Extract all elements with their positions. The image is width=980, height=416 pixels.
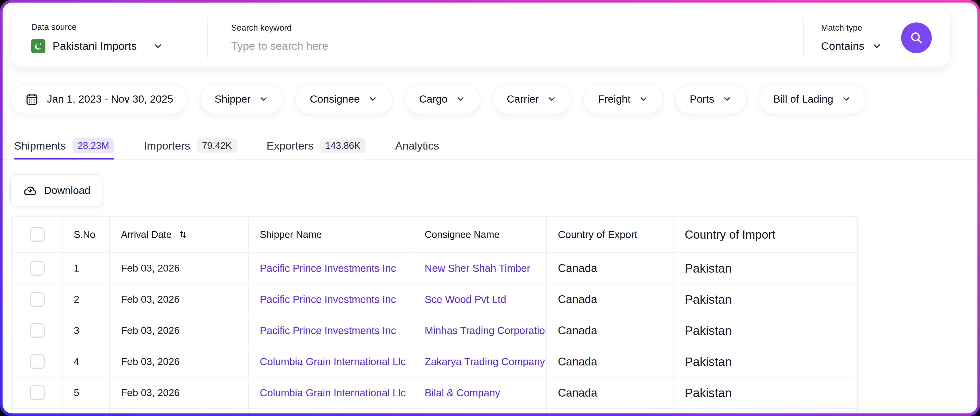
consignee-link[interactable]: Zakarya Trading Company xyxy=(413,346,546,377)
filter-label: Bill of Lading xyxy=(773,93,833,105)
row-checkbox[interactable] xyxy=(30,323,45,338)
tab-count-badge: 143.86K xyxy=(320,138,366,153)
search-input[interactable] xyxy=(231,40,746,52)
chevron-down-icon xyxy=(722,94,732,104)
chevron-down-icon xyxy=(456,94,466,104)
filter-label: Carrier xyxy=(507,93,539,105)
row-checkbox[interactable] xyxy=(30,292,45,307)
data-source-field: Data source Pakistani Imports xyxy=(11,22,207,53)
filter-label: Consignee xyxy=(310,93,360,105)
consignee-link[interactable]: Minhas Trading Corporation xyxy=(413,315,546,346)
match-type-value: Contains xyxy=(821,40,864,52)
export-country-cell: Canada xyxy=(546,284,673,315)
col-country-of-import: Country of Import xyxy=(673,217,857,253)
arrival-date-cell: Feb 03, 2026 xyxy=(110,346,248,377)
col-arrival-date: Arrival Date xyxy=(110,217,248,253)
tab-analytics[interactable]: Analytics xyxy=(395,132,439,159)
download-button[interactable]: Download xyxy=(10,174,103,206)
shipper-link[interactable]: Pacific Prince Investments Inc xyxy=(248,253,413,284)
search-card: Data source Pakistani Imports Search key… xyxy=(10,8,951,68)
import-country-cell: Pakistan xyxy=(673,315,857,346)
filter-consignee[interactable]: Consignee xyxy=(295,84,393,114)
search-keyword-field: Search keyword xyxy=(208,23,803,52)
sno-cell: 1 xyxy=(62,253,110,284)
date-range-filter[interactable]: Jan 1, 2023 - Nov 30, 2025 xyxy=(10,84,188,114)
import-country-cell: Pakistan xyxy=(673,284,857,315)
filter-carrier[interactable]: Carrier xyxy=(492,84,571,114)
sno-cell: 2 xyxy=(62,284,110,315)
calendar-icon xyxy=(25,92,39,106)
tab-label: Shipments xyxy=(14,140,66,152)
tab-label: Importers xyxy=(144,140,190,152)
match-type-select[interactable]: Contains xyxy=(821,40,882,52)
chevron-down-icon xyxy=(259,94,269,104)
chevron-down-icon xyxy=(872,41,882,51)
tab-count-badge: 79.42K xyxy=(197,138,237,153)
consignee-link[interactable]: New Sher Shah Timber xyxy=(413,253,546,284)
select-all-checkbox[interactable] xyxy=(30,227,45,242)
filter-cargo[interactable]: Cargo xyxy=(404,84,480,114)
sno-cell: 5 xyxy=(62,377,110,408)
search-button[interactable] xyxy=(901,22,932,53)
export-country-cell: Canada xyxy=(546,346,673,377)
filter-label: Cargo xyxy=(419,93,448,105)
filter-bill-of-lading[interactable]: Bill of Lading xyxy=(759,84,866,114)
table-row: 3 Feb 03, 2026 Pacific Prince Investment… xyxy=(12,315,857,346)
consignee-link[interactable]: Sce Wood Pvt Ltd xyxy=(413,284,546,315)
data-source-value: Pakistani Imports xyxy=(52,40,137,52)
cloud-download-icon xyxy=(23,183,37,198)
match-type-label: Match type xyxy=(821,23,882,33)
filter-label: Shipper xyxy=(215,93,251,105)
import-country-cell: Pakistan xyxy=(673,377,857,408)
shipper-link[interactable]: Columbia Grain International Llc xyxy=(248,377,413,408)
row-checkbox[interactable] xyxy=(30,354,45,369)
col-country-of-export: Country of Export xyxy=(546,217,673,253)
consignee-link[interactable]: Bilal & Company xyxy=(413,377,546,408)
col-shipper-name: Shipper Name xyxy=(248,217,413,253)
table-row: 4 Feb 03, 2026 Columbia Grain Internatio… xyxy=(12,346,857,377)
table-row: 5 Feb 03, 2026 Columbia Grain Internatio… xyxy=(12,377,857,408)
search-icon xyxy=(908,30,924,46)
arrival-date-cell: Feb 03, 2026 xyxy=(110,315,248,346)
tab-shipments[interactable]: Shipments 28.23M xyxy=(14,132,115,159)
export-country-cell: Canada xyxy=(546,315,673,346)
data-source-select[interactable]: Pakistani Imports xyxy=(31,39,207,53)
tab-exporters[interactable]: Exporters 143.86K xyxy=(266,132,366,159)
shipper-link[interactable]: Columbia Grain International Llc xyxy=(248,346,413,377)
chevron-down-icon xyxy=(153,41,163,51)
col-arrival-date-label: Arrival Date xyxy=(121,229,172,240)
data-source-label: Data source xyxy=(31,22,207,32)
sort-icon[interactable] xyxy=(177,229,189,240)
match-type-field: Match type Contains xyxy=(803,23,900,52)
table-row-partial xyxy=(12,408,857,413)
filter-shipper[interactable]: Shipper xyxy=(200,84,283,114)
chevron-down-icon xyxy=(842,94,851,104)
arrival-date-cell: Feb 03, 2026 xyxy=(110,253,248,284)
search-keyword-label: Search keyword xyxy=(231,23,803,33)
filter-label: Freight xyxy=(598,93,631,105)
shipper-link[interactable]: Pacific Prince Investments Inc xyxy=(248,315,413,346)
tab-importers[interactable]: Importers 79.42K xyxy=(144,132,237,159)
chevron-down-icon xyxy=(639,94,649,104)
row-checkbox[interactable] xyxy=(30,386,45,400)
sno-cell: 4 xyxy=(62,346,110,377)
import-country-cell: Pakistan xyxy=(673,253,857,284)
tab-label: Analytics xyxy=(395,140,439,152)
shipper-link[interactable]: Pacific Prince Investments Inc xyxy=(248,284,413,315)
arrival-date-cell: Feb 03, 2026 xyxy=(110,377,248,408)
chevron-down-icon xyxy=(368,94,378,104)
filter-ports[interactable]: Ports xyxy=(675,84,747,114)
filters-row: Jan 1, 2023 - Nov 30, 2025 Shipper Consi… xyxy=(10,84,977,114)
tab-label: Exporters xyxy=(266,140,313,152)
row-checkbox[interactable] xyxy=(30,261,45,276)
date-range-value: Jan 1, 2023 - Nov 30, 2025 xyxy=(47,93,173,105)
app-screen: Data source Pakistani Imports Search key… xyxy=(3,3,977,413)
filter-label: Ports xyxy=(690,93,714,105)
import-country-cell: Pakistan xyxy=(673,346,857,377)
filter-freight[interactable]: Freight xyxy=(583,84,663,114)
sno-cell: 3 xyxy=(62,315,110,346)
tabs-bar: Shipments 28.23M Importers 79.42K Export… xyxy=(3,132,977,159)
table-row: 2 Feb 03, 2026 Pacific Prince Investment… xyxy=(12,284,857,315)
table-row: 1 Feb 03, 2026 Pacific Prince Investment… xyxy=(12,253,857,284)
download-label: Download xyxy=(44,185,90,196)
